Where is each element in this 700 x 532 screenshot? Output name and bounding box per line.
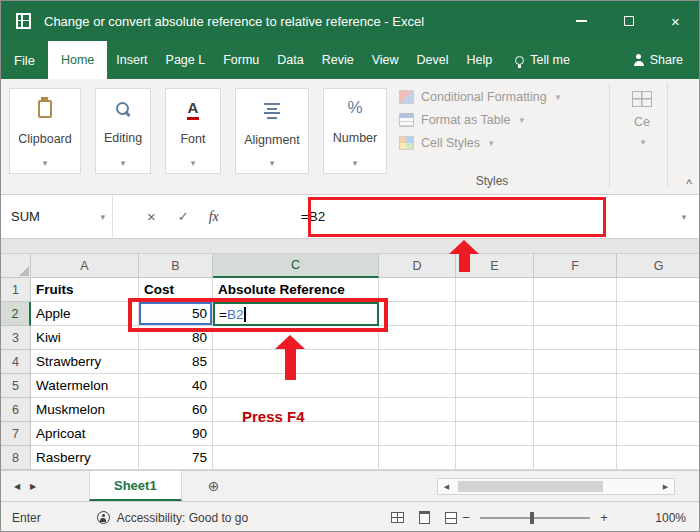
tab-data[interactable]: Data xyxy=(268,41,312,79)
row-header-8[interactable]: 8 xyxy=(1,446,31,470)
tell-me-button[interactable]: Tell me xyxy=(515,41,570,79)
cell-d8[interactable] xyxy=(379,446,456,470)
tab-developer[interactable]: Devel xyxy=(408,41,458,79)
insert-function-button[interactable]: fx xyxy=(209,209,219,225)
editing-group-button[interactable]: Editing ▾ xyxy=(95,88,151,174)
select-all-corner[interactable] xyxy=(1,254,31,278)
cell-f2[interactable] xyxy=(534,302,617,326)
tab-file[interactable]: File xyxy=(1,41,48,79)
cell-g1[interactable] xyxy=(617,278,700,302)
row-header-7[interactable]: 7 xyxy=(1,422,31,446)
cell-d3[interactable] xyxy=(379,326,456,350)
column-header-a[interactable]: A xyxy=(31,254,139,278)
cell-c8[interactable] xyxy=(213,446,379,470)
cell-g5[interactable] xyxy=(617,374,700,398)
font-group-button[interactable]: A Font ▾ xyxy=(165,88,221,174)
cell-f7[interactable] xyxy=(534,422,617,446)
tab-formulas[interactable]: Formu xyxy=(214,41,268,79)
number-group-button[interactable]: % Number ▾ xyxy=(323,88,387,174)
zoom-in-button[interactable]: + xyxy=(599,510,609,525)
sheet-tab-sheet1[interactable]: Sheet1 xyxy=(89,471,182,501)
page-layout-view-button[interactable] xyxy=(419,511,430,524)
cell-c7[interactable] xyxy=(213,422,379,446)
cell-f8[interactable] xyxy=(534,446,617,470)
scrollbar-track[interactable] xyxy=(455,479,657,494)
cell-e4[interactable] xyxy=(456,350,534,374)
cell-d4[interactable] xyxy=(379,350,456,374)
cell-e2[interactable] xyxy=(456,302,534,326)
cell-b6[interactable]: 60 xyxy=(139,398,213,422)
cell-a7[interactable]: Apricoat xyxy=(31,422,139,446)
cell-g6[interactable] xyxy=(617,398,700,422)
cell-b3[interactable]: 80 xyxy=(139,326,213,350)
close-button[interactable]: × xyxy=(652,1,699,41)
cell-e1[interactable] xyxy=(456,278,534,302)
cell-f4[interactable] xyxy=(534,350,617,374)
cell-f6[interactable] xyxy=(534,398,617,422)
cell-f3[interactable] xyxy=(534,326,617,350)
scroll-left-icon[interactable]: ◀ xyxy=(438,479,455,494)
alignment-group-button[interactable]: Alignment ▾ xyxy=(235,88,309,174)
cell-styles-button[interactable]: Cell Styles ▾ xyxy=(399,136,560,150)
scroll-right-icon[interactable]: ▶ xyxy=(657,479,674,494)
sheet-nav-left-button[interactable]: ◀ xyxy=(9,482,25,491)
cell-d2[interactable] xyxy=(379,302,456,326)
cell-c3[interactable] xyxy=(213,326,379,350)
cell-b8[interactable]: 75 xyxy=(139,446,213,470)
tab-view[interactable]: View xyxy=(363,41,408,79)
page-break-view-button[interactable] xyxy=(445,512,457,524)
row-header-5[interactable]: 5 xyxy=(1,374,31,398)
name-box-dropdown-icon[interactable]: ▾ xyxy=(100,212,105,222)
column-header-f[interactable]: F xyxy=(534,254,617,278)
cell-b1[interactable]: Cost xyxy=(139,278,213,302)
tab-insert[interactable]: Insert xyxy=(107,41,156,79)
sheet-nav-right-button[interactable]: ▶ xyxy=(25,482,41,491)
cell-a3[interactable]: Kiwi xyxy=(31,326,139,350)
cell-d5[interactable] xyxy=(379,374,456,398)
accessibility-status[interactable]: Accessibility: Good to go xyxy=(97,511,248,525)
row-header-1[interactable]: 1 xyxy=(1,278,31,302)
tab-help[interactable]: Help xyxy=(458,41,502,79)
horizontal-scrollbar[interactable]: ◀ ▶ xyxy=(437,478,675,495)
column-header-c[interactable]: C xyxy=(213,254,379,278)
confirm-entry-button[interactable]: ✓ xyxy=(178,209,189,224)
cell-b7[interactable]: 90 xyxy=(139,422,213,446)
cell-a8[interactable]: Rasberry xyxy=(31,446,139,470)
cell-b5[interactable]: 40 xyxy=(139,374,213,398)
cell-a5[interactable]: Watermelon xyxy=(31,374,139,398)
cell-c1[interactable]: Absolute Reference xyxy=(213,278,379,302)
row-header-3[interactable]: 3 xyxy=(1,326,31,350)
new-sheet-button[interactable]: ⊕ xyxy=(208,478,220,494)
row-header-6[interactable]: 6 xyxy=(1,398,31,422)
cell-e8[interactable] xyxy=(456,446,534,470)
cell-c4[interactable] xyxy=(213,350,379,374)
formula-bar-expand-button[interactable]: ▾ xyxy=(669,212,699,222)
column-header-b[interactable]: B xyxy=(139,254,213,278)
cell-c2-editing[interactable]: = B2 xyxy=(213,302,379,326)
tab-review[interactable]: Revie xyxy=(313,41,363,79)
conditional-formatting-button[interactable]: Conditional Formatting ▾ xyxy=(399,90,560,104)
cell-a1[interactable]: Fruits xyxy=(31,278,139,302)
collapse-ribbon-button[interactable]: ^ xyxy=(686,177,692,191)
normal-view-button[interactable] xyxy=(391,512,404,523)
row-header-4[interactable]: 4 xyxy=(1,350,31,374)
cell-f1[interactable] xyxy=(534,278,617,302)
cell-g8[interactable] xyxy=(617,446,700,470)
cell-e3[interactable] xyxy=(456,326,534,350)
cancel-entry-button[interactable]: × xyxy=(147,208,156,225)
cell-d6[interactable] xyxy=(379,398,456,422)
name-box[interactable]: SUM ▾ xyxy=(1,195,113,238)
share-button[interactable]: Share xyxy=(634,41,683,79)
cell-c5[interactable] xyxy=(213,374,379,398)
cell-b2-referenced[interactable]: 50 xyxy=(139,302,213,326)
cell-e6[interactable] xyxy=(456,398,534,422)
zoom-level[interactable]: 100% xyxy=(655,511,686,525)
maximize-button[interactable] xyxy=(605,1,652,41)
cell-a6[interactable]: Muskmelon xyxy=(31,398,139,422)
cell-g7[interactable] xyxy=(617,422,700,446)
cell-e7[interactable] xyxy=(456,422,534,446)
column-header-e[interactable]: E xyxy=(456,254,534,278)
tab-home[interactable]: Home xyxy=(48,41,107,79)
zoom-slider-thumb[interactable] xyxy=(530,512,534,524)
cell-g4[interactable] xyxy=(617,350,700,374)
